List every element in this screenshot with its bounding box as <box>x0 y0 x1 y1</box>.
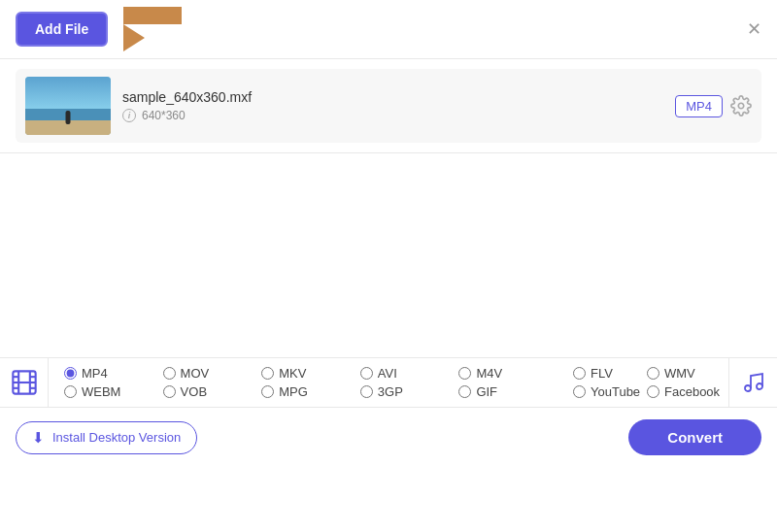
format-option-avi[interactable]: AVI <box>360 366 459 381</box>
format-option-webm[interactable]: WEBM <box>64 384 163 399</box>
format-label-youtube: YouTube <box>591 384 640 399</box>
format-bar-icon <box>0 358 49 407</box>
file-item: sample_640x360.mxf i 640*360 MP4 <box>16 69 761 143</box>
format-label-gif: GIF <box>476 384 497 399</box>
film-icon <box>11 369 38 396</box>
format-label-mkv: MKV <box>279 366 306 381</box>
file-list: sample_640x360.mxf i 640*360 MP4 <box>0 59 777 153</box>
thumb-figure <box>66 111 71 124</box>
empty-area <box>0 153 777 357</box>
arrow-body <box>123 7 182 24</box>
convert-button[interactable]: Convert <box>628 419 761 455</box>
add-file-button[interactable]: Add File <box>16 12 108 47</box>
file-thumbnail <box>25 77 111 135</box>
format-label-flv: FLV <box>591 366 613 381</box>
file-dimensions: 640*360 <box>142 109 186 122</box>
info-icon: i <box>122 109 136 122</box>
format-label-mpg: MPG <box>279 384 308 399</box>
bottom-bar: ⬇ Install Desktop Version Convert <box>0 408 777 467</box>
close-button[interactable]: ✕ <box>747 20 761 38</box>
music-icon <box>742 371 765 394</box>
format-label-wmv: WMV <box>664 366 695 381</box>
format-label-avi: AVI <box>378 366 397 381</box>
download-icon: ⬇ <box>32 429 45 447</box>
music-sidebar[interactable] <box>728 358 777 407</box>
svg-point-10 <box>757 383 762 389</box>
install-label: Install Desktop Version <box>52 430 181 445</box>
format-label-facebook: Facebook <box>664 384 720 399</box>
format-option-m4v[interactable]: M4V <box>458 366 557 381</box>
file-meta: i 640*360 <box>122 109 663 122</box>
format-label-m4v: M4V <box>476 366 502 381</box>
format-label-mp4: MP4 <box>82 366 108 381</box>
format-option-mpg[interactable]: MPG <box>261 384 360 399</box>
extra-formats: FLV WMV YouTube Facebook <box>573 358 728 407</box>
install-desktop-button[interactable]: ⬇ Install Desktop Version <box>16 421 197 454</box>
arrow-head <box>123 24 145 51</box>
format-label-mov: MOV <box>181 366 210 381</box>
format-option-youtube[interactable]: YouTube <box>573 384 647 399</box>
file-name: sample_640x360.mxf <box>122 89 663 105</box>
format-option-mkv[interactable]: MKV <box>261 366 360 381</box>
file-info: sample_640x360.mxf i 640*360 <box>122 89 663 122</box>
format-option-vob[interactable]: VOB <box>163 384 262 399</box>
file-actions: MP4 <box>675 95 752 117</box>
format-option-mov[interactable]: MOV <box>163 366 262 381</box>
format-option-gif[interactable]: GIF <box>458 384 557 399</box>
svg-point-0 <box>738 103 744 109</box>
top-bar: Add File ✕ <box>0 0 777 59</box>
format-options: MP4 MOV MKV AVI M4V WEBM VOB MPG <box>49 358 573 407</box>
format-label-vob: VOB <box>181 384 207 399</box>
format-label-webm: WEBM <box>82 384 120 399</box>
settings-icon[interactable] <box>730 95 752 116</box>
format-option-3gp[interactable]: 3GP <box>360 384 459 399</box>
format-badge-button[interactable]: MP4 <box>675 95 723 117</box>
arrow-shape <box>123 7 201 52</box>
thumb-sky <box>25 77 111 109</box>
format-option-facebook[interactable]: Facebook <box>647 384 721 399</box>
arrow-indicator <box>123 15 201 44</box>
format-option-flv[interactable]: FLV <box>573 366 647 381</box>
format-option-wmv[interactable]: WMV <box>647 366 721 381</box>
format-bar: MP4 MOV MKV AVI M4V WEBM VOB MPG <box>0 357 777 408</box>
svg-point-9 <box>745 385 751 391</box>
format-label-3gp: 3GP <box>378 384 403 399</box>
format-option-mp4[interactable]: MP4 <box>64 366 163 381</box>
